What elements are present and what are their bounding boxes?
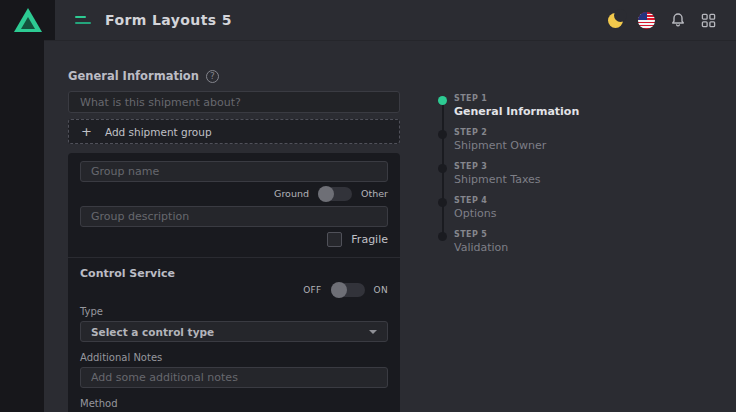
step-dot	[438, 198, 447, 207]
control-type-value: Select a control type	[91, 326, 214, 338]
step-4-options[interactable]: STEP 4 Options	[438, 196, 658, 221]
off-on-toggle-row: OFF ON	[80, 282, 388, 297]
section-header: General Information ?	[68, 69, 219, 83]
group-name-input[interactable]	[80, 161, 388, 182]
chevron-down-icon	[369, 330, 377, 334]
on-label: ON	[374, 285, 388, 295]
step-dot	[438, 96, 447, 105]
step-title: Options	[454, 207, 658, 220]
fragile-label: Fragile	[351, 233, 388, 246]
other-label: Other	[361, 188, 388, 199]
off-label: OFF	[303, 285, 321, 295]
section-title: General Information	[68, 69, 199, 83]
step-2-shipment-owner[interactable]: STEP 2 Shipment Owner	[438, 128, 658, 153]
step-5-validation[interactable]: STEP 5 Validation	[438, 230, 658, 255]
shipment-about-input[interactable]	[68, 91, 400, 113]
off-on-toggle[interactable]	[331, 283, 365, 297]
dark-mode-moon-icon[interactable]	[608, 13, 623, 28]
notes-label: Additional Notes	[80, 352, 388, 363]
step-3-shipment-taxes[interactable]: STEP 3 Shipment Taxes	[438, 162, 658, 187]
group-description-input[interactable]	[80, 206, 388, 227]
fragile-checkbox[interactable]	[327, 232, 342, 247]
apps-grid-icon[interactable]	[701, 13, 716, 28]
top-header: Form Layouts 5	[0, 0, 736, 40]
step-caption: STEP 1	[454, 94, 658, 103]
add-shipment-group-label: Add shipment group	[105, 126, 212, 138]
step-dot	[438, 232, 447, 241]
header-actions	[608, 12, 736, 29]
page-title: Form Layouts 5	[105, 12, 232, 28]
us-flag-icon[interactable]	[638, 12, 655, 29]
card-divider	[68, 257, 400, 258]
shipment-group-card: Ground Other Fragile Control Service OFF…	[68, 153, 400, 412]
add-shipment-group-button[interactable]: + Add shipment group	[68, 119, 400, 144]
step-caption: STEP 2	[454, 128, 658, 137]
ground-label: Ground	[274, 188, 309, 199]
menu-icon[interactable]	[75, 16, 91, 24]
control-type-select[interactable]: Select a control type	[80, 321, 388, 342]
app-logo[interactable]	[0, 0, 55, 40]
bell-icon[interactable]	[670, 12, 686, 28]
method-label: Method	[80, 398, 388, 409]
step-title: Validation	[454, 241, 658, 254]
additional-notes-input[interactable]	[80, 367, 388, 388]
step-1-general-information[interactable]: STEP 1 General Information	[438, 94, 658, 119]
sidebar	[0, 0, 44, 412]
step-caption: STEP 5	[454, 230, 658, 239]
control-service-title: Control Service	[80, 267, 388, 280]
step-title: Shipment Taxes	[454, 173, 658, 186]
ground-other-toggle-row: Ground Other	[80, 186, 388, 201]
step-title: General Information	[454, 105, 658, 118]
fragile-row: Fragile	[80, 232, 388, 247]
step-title: Shipment Owner	[454, 139, 658, 152]
step-dot	[438, 130, 447, 139]
wizard-stepper: STEP 1 General Information STEP 2 Shipme…	[438, 94, 658, 264]
step-caption: STEP 4	[454, 196, 658, 205]
step-dot	[438, 164, 447, 173]
type-label: Type	[80, 306, 388, 317]
help-icon[interactable]: ?	[206, 70, 219, 83]
step-caption: STEP 3	[454, 162, 658, 171]
plus-icon: +	[81, 125, 92, 138]
ground-other-toggle[interactable]	[318, 187, 352, 201]
